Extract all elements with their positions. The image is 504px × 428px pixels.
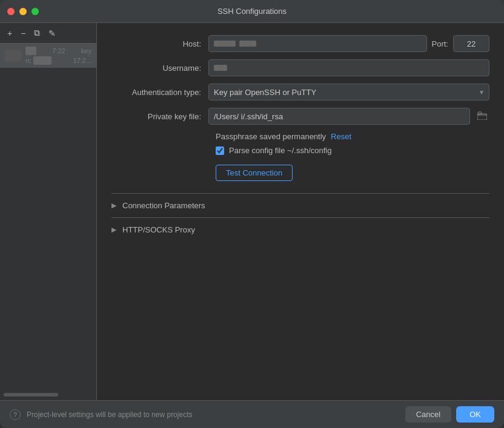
username-controls <box>208 59 489 76</box>
auth-type-select-wrapper: Key pair OpenSSH or PuTTY Password OpenS… <box>208 84 489 100</box>
passphrase-row: Passphrase saved permanently Reset <box>111 132 489 141</box>
maximize-button[interactable] <box>31 8 39 15</box>
host-row: Host: Port: <box>111 35 489 52</box>
config-sub-icon <box>25 47 36 55</box>
private-key-row: Private key file: /Users/ i/.ssh/id_rsa <box>111 108 489 125</box>
bottom-bar: ? Project-level settings will be applied… <box>0 400 504 428</box>
sidebar-scrollbar[interactable] <box>4 393 58 397</box>
username-blur <box>214 65 227 71</box>
http-proxy-section: ▶ HTTP/SOCKS Proxy <box>111 217 489 242</box>
username-label: Username: <box>111 64 208 73</box>
sidebar-toolbar: + − ⧉ ✎ <box>0 23 96 44</box>
http-proxy-header[interactable]: ▶ HTTP/SOCKS Proxy <box>111 224 489 235</box>
copy-config-button[interactable]: ⧉ <box>31 27 42 39</box>
config-name-short: rc <box>25 57 31 64</box>
config-sub-icon2 <box>33 56 51 65</box>
parse-config-label: Parse config file ~/.ssh/config <box>229 146 331 155</box>
host-blur-1 <box>214 41 236 47</box>
test-connection-row: Test Connection <box>111 165 489 181</box>
auth-type-controls: Key pair OpenSSH or PuTTY Password OpenS… <box>208 84 489 100</box>
connection-params-section: ▶ Connection Parameters <box>111 193 489 217</box>
auth-type-label: Authentication type: <box>111 88 208 97</box>
connection-params-header[interactable]: ▶ Connection Parameters <box>111 200 489 211</box>
window-title: SSH Configurations <box>217 7 287 16</box>
add-config-button[interactable]: + <box>5 27 15 39</box>
parse-config-row: Parse config file ~/.ssh/config <box>111 146 489 155</box>
config-icon <box>5 50 22 61</box>
host-controls: Port: <box>208 35 489 52</box>
private-key-controls: /Users/ i/.ssh/id_rsa <box>208 108 489 125</box>
username-row: Username: <box>111 59 489 76</box>
remove-config-button[interactable]: − <box>18 27 28 39</box>
minimize-button[interactable] <box>19 8 27 15</box>
host-blur-2 <box>239 41 256 47</box>
right-panel: Host: Port: Username: <box>97 23 504 400</box>
config-time: 7:22 <box>52 47 65 54</box>
status-text: Project-level settings will be applied t… <box>27 410 405 419</box>
main-content: + − ⧉ ✎ 7:22 key rc 17:2... <box>0 23 504 400</box>
passphrase-text: Passphrase saved permanently <box>216 132 326 141</box>
port-input[interactable] <box>453 35 489 52</box>
private-key-label: Private key file: <box>111 112 208 121</box>
config-time2: 17:2... <box>73 57 91 64</box>
connection-params-chevron-icon: ▶ <box>111 202 119 209</box>
auth-type-select[interactable]: Key pair OpenSSH or PuTTY Password OpenS… <box>208 84 489 100</box>
sidebar: + − ⧉ ✎ 7:22 key rc 17:2... <box>0 23 97 400</box>
host-label: Host: <box>111 39 208 48</box>
http-proxy-chevron-icon: ▶ <box>111 226 119 234</box>
footer-buttons: Cancel OK <box>405 406 494 423</box>
reset-passphrase-button[interactable]: Reset <box>331 132 351 141</box>
dialog-window: SSH Configurations + − ⧉ ✎ 7:22 key <box>0 0 504 428</box>
sidebar-bottom <box>0 389 96 400</box>
edit-config-button[interactable]: ✎ <box>46 27 58 39</box>
window-controls <box>7 8 39 15</box>
http-proxy-title: HTTP/SOCKS Proxy <box>122 225 195 234</box>
parse-config-checkbox[interactable] <box>216 147 224 155</box>
help-icon: ? <box>13 411 17 418</box>
connection-params-title: Connection Parameters <box>122 201 205 210</box>
close-button[interactable] <box>7 8 15 15</box>
port-label: Port: <box>432 39 448 48</box>
ok-button[interactable]: OK <box>456 406 494 423</box>
browse-button[interactable] <box>475 110 489 123</box>
private-key-value[interactable]: /Users/ i/.ssh/id_rsa <box>214 112 283 121</box>
sidebar-config-item[interactable]: 7:22 key rc 17:2... <box>0 44 96 68</box>
title-bar: SSH Configurations <box>0 0 504 23</box>
config-key-label: key <box>81 47 91 54</box>
help-button[interactable]: ? <box>10 409 21 420</box>
test-connection-button[interactable]: Test Connection <box>216 165 293 181</box>
cancel-button[interactable]: Cancel <box>405 406 451 423</box>
auth-type-row: Authentication type: Key pair OpenSSH or… <box>111 84 489 100</box>
